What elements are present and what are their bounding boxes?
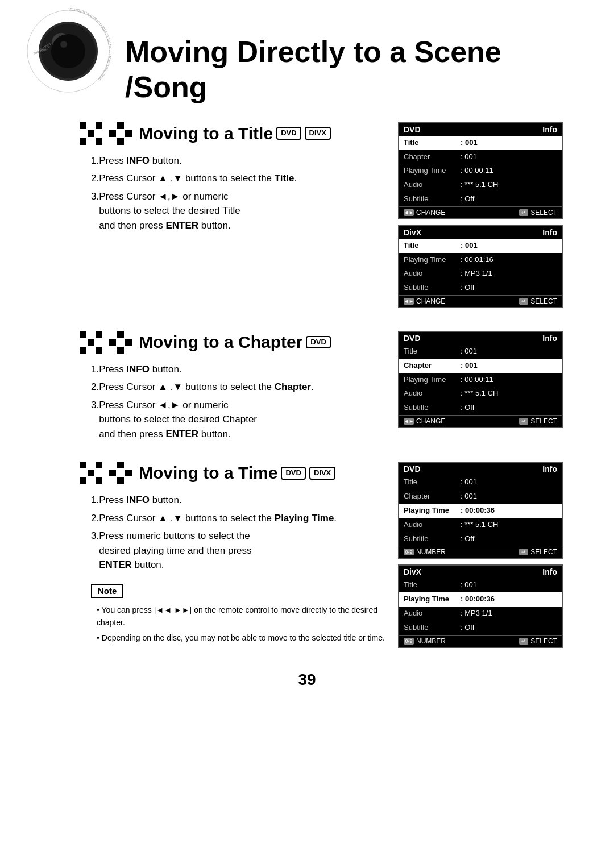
- badge-dvd-1: DVD: [276, 127, 301, 140]
- step-2-2: 2.Press Cursor ▲ ,▼ buttons to select th…: [91, 380, 387, 394]
- select-icon: ↵: [519, 418, 528, 425]
- row-value: : 001: [460, 137, 557, 149]
- divx-panel-3-row-3: Subtitle : Off: [399, 621, 562, 635]
- svg-point-6: [60, 41, 67, 48]
- section-time: Moving to a Time DVD DIVX 1.Press INFO b…: [34, 462, 580, 653]
- row-value: : 00:01:16: [460, 254, 557, 266]
- row-label: Playing Time: [404, 254, 460, 266]
- row-label: Audio: [404, 388, 460, 400]
- section-title-icon: [80, 122, 102, 145]
- row-value: : 00:00:36: [460, 505, 557, 517]
- step-3-3: 3.Press numeric buttons to select the de…: [91, 529, 387, 572]
- dvd-panel-2-row-3: Audio : *** 5.1 CH: [399, 387, 562, 401]
- note-bullet-2: • Depending on the disc, you may not be …: [97, 632, 387, 644]
- dvd-panel-3-footer: 0-9 NUMBER ↵ SELECT: [399, 546, 562, 558]
- footer-change-1: ◄► CHANGE: [404, 209, 445, 217]
- panel-info-divx-3: Info: [542, 567, 557, 576]
- dvd-panel-1: DVD Info Title : 001 Chapter : 001 Playi…: [398, 122, 563, 219]
- section-time-text: Moving to a Time: [139, 463, 277, 483]
- row-label: Playing Time: [404, 165, 460, 177]
- row-label: Title: [404, 346, 460, 358]
- note-text: • You can press |◄◄ ►►| on the remote co…: [97, 604, 387, 644]
- step-3-2: 2.Press Cursor ▲ ,▼ buttons to select th…: [91, 511, 387, 526]
- row-value: : Off: [460, 402, 557, 414]
- row-value: : 001: [460, 360, 557, 372]
- divx-panel-3-footer: 0-9 NUMBER ↵ SELECT: [399, 635, 562, 647]
- dvd-panel-1-row-4: Subtitle : Off: [399, 192, 562, 206]
- row-value: : *** 5.1 CH: [460, 519, 557, 531]
- section-chapter: Moving to a Chapter DVD 1.Press INFO but…: [34, 331, 580, 445]
- row-label: Playing Time: [404, 593, 460, 605]
- dvd-panel-2-footer: ◄► CHANGE ↵ SELECT: [399, 415, 562, 427]
- select-icon: ↵: [519, 638, 528, 645]
- row-label: Playing Time: [404, 505, 460, 517]
- footer-select-divx-3: ↵ SELECT: [519, 637, 557, 645]
- select-icon: ↵: [519, 209, 528, 216]
- footer-select-divx-1: ↵ SELECT: [519, 297, 557, 305]
- panel-info-divx-1: Info: [542, 228, 557, 237]
- note-label: Note: [91, 584, 123, 598]
- row-value: : 001: [460, 240, 557, 252]
- divx-panel-1-footer: ◄► CHANGE ↵ SELECT: [399, 295, 562, 307]
- panel-info-dvd-3: Info: [542, 464, 557, 474]
- row-value: : MP3 1/1: [460, 608, 557, 620]
- page-title: Moving Directly to a Scene /Song: [125, 23, 580, 105]
- row-label: Subtitle: [404, 533, 460, 545]
- row-value: : *** 5.1 CH: [460, 388, 557, 400]
- row-label: Title: [404, 240, 460, 252]
- section-time-heading: Moving to a Time DVD DIVX: [80, 462, 387, 484]
- panel-type-dvd-2: DVD: [404, 334, 421, 343]
- section-chapter-icon2: [109, 331, 132, 354]
- change-icon: ◄►: [404, 418, 414, 425]
- step-2-2-bold: Chapter: [275, 381, 311, 392]
- step-3-2-bold: Playing Time: [275, 513, 334, 524]
- footer-select-3: ↵ SELECT: [519, 548, 557, 556]
- dvd-panel-3-header: DVD Info: [399, 463, 562, 475]
- step-2-1: 1.Press INFO button.: [91, 362, 387, 377]
- section-title-text: Moving to a Title: [139, 124, 273, 143]
- panel-info-dvd-2: Info: [542, 334, 557, 343]
- row-label: Chapter: [404, 360, 460, 372]
- section-chapter-panels: DVD Info Title : 001 Chapter : 001 Playi…: [398, 331, 580, 445]
- step-3-1: 1.Press INFO button.: [91, 493, 387, 508]
- divx-panel-1: DivX Info Title : 001 Playing Time : 00:…: [398, 225, 563, 308]
- panel-type-dvd-1: DVD: [404, 125, 421, 134]
- decorative-circle: 1011001011010100101100101001011001011010…: [23, 6, 114, 97]
- row-value: : 001: [460, 476, 557, 488]
- step-1-2: 2.Press Cursor ▲ ,▼ buttons to select th…: [91, 171, 387, 186]
- footer-number-divx-3: 0-9 NUMBER: [404, 637, 446, 645]
- number-icon: 0-9: [404, 638, 414, 645]
- row-label: Chapter: [404, 491, 460, 502]
- badge-dvd-3: DVD: [281, 467, 305, 480]
- divx-panel-3-row-2: Audio : MP3 1/1: [399, 607, 562, 621]
- row-value: : 00:00:36: [460, 593, 557, 605]
- row-value: : 00:00:11: [460, 165, 557, 177]
- row-value: : 001: [460, 151, 557, 163]
- dvd-panel-3-row-3: Audio : *** 5.1 CH: [399, 518, 562, 532]
- section-chapter-left: Moving to a Chapter DVD 1.Press INFO but…: [34, 331, 398, 445]
- footer-select-1: ↵ SELECT: [519, 209, 557, 217]
- section-chapter-steps: 1.Press INFO button. 2.Press Cursor ▲ ,▼…: [91, 362, 387, 442]
- step-1-1-bold: INFO: [126, 155, 150, 166]
- panel-type-dvd-3: DVD: [404, 464, 421, 474]
- row-label: Title: [404, 476, 460, 488]
- step-1-1: 1.Press INFO button.: [91, 153, 387, 168]
- svg-point-5: [51, 34, 85, 68]
- section-title-steps: 1.Press INFO button. 2.Press Cursor ▲ ,▼…: [91, 153, 387, 233]
- section-time-icon2: [109, 462, 132, 484]
- panel-info-dvd-1: Info: [542, 125, 557, 134]
- row-value: : Off: [460, 533, 557, 545]
- row-label: Title: [404, 137, 460, 149]
- row-value: : MP3 1/1: [460, 268, 557, 280]
- divx-panel-3-row-0: Title : 001: [399, 578, 562, 592]
- step-1-2-bold: Title: [275, 173, 294, 184]
- row-label: Audio: [404, 268, 460, 280]
- panel-type-divx-3: DivX: [404, 567, 421, 576]
- section-chapter-icon: [80, 331, 102, 354]
- row-label: Audio: [404, 179, 460, 191]
- dvd-panel-3: DVD Info Title : 001 Chapter : 001 Playi…: [398, 462, 563, 559]
- section-time-panels: DVD Info Title : 001 Chapter : 001 Playi…: [398, 462, 580, 653]
- divx-panel-1-header: DivX Info: [399, 226, 562, 239]
- dvd-panel-2: DVD Info Title : 001 Chapter : 001 Playi…: [398, 331, 563, 428]
- badge-dvd-2: DVD: [306, 336, 330, 349]
